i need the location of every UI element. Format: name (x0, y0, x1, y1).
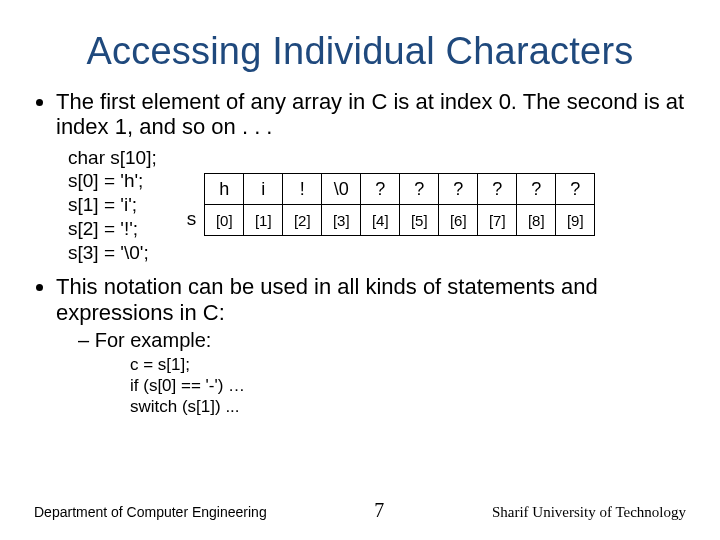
code-block-2: c = s[1]; if (s[0] == '-') … switch (s[1… (130, 354, 686, 418)
array-cell: ! (283, 174, 322, 205)
code-line: c = s[1]; (130, 355, 190, 374)
slide: Accessing Individual Characters The firs… (0, 0, 720, 540)
slide-footer: Department of Computer Engineering 7 Sha… (34, 499, 686, 522)
code-line: if (s[0] == '-') … (130, 376, 245, 395)
code-and-array: char s[10]; s[0] = 'h'; s[1] = 'i'; s[2]… (68, 146, 686, 265)
array-index: [1] (244, 205, 283, 236)
bullet-2: This notation can be used in all kinds o… (56, 274, 686, 417)
array-diagram: s h i ! \0 ? ? ? ? ? ? [0] [1] [2] (187, 173, 596, 236)
array-index: [9] (556, 205, 595, 236)
code-line: s[1] = 'i'; (68, 194, 137, 215)
array-cell: i (244, 174, 283, 205)
code-line: s[3] = '\0'; (68, 242, 149, 263)
footer-university: Sharif University of Technology (492, 504, 686, 521)
bullet-list-2: This notation can be used in all kinds o… (34, 274, 686, 417)
code-line: s[2] = '!'; (68, 218, 138, 239)
sub-bullet-list: For example: (78, 329, 686, 352)
array-cell: \0 (322, 174, 361, 205)
array-index: [2] (283, 205, 322, 236)
bullet-2-text: This notation can be used in all kinds o… (56, 274, 598, 324)
array-cell: ? (517, 174, 556, 205)
array-name-label: s (187, 208, 197, 236)
array-index: [6] (439, 205, 478, 236)
array-table: h i ! \0 ? ? ? ? ? ? [0] [1] [2] [3] [4] (204, 173, 595, 236)
array-cell: ? (439, 174, 478, 205)
array-values-row: h i ! \0 ? ? ? ? ? ? (205, 174, 595, 205)
array-cell: ? (478, 174, 517, 205)
code-block-1: char s[10]; s[0] = 'h'; s[1] = 'i'; s[2]… (68, 146, 157, 265)
array-index: [7] (478, 205, 517, 236)
slide-title: Accessing Individual Characters (34, 30, 686, 73)
footer-page-number: 7 (374, 499, 384, 522)
array-cell: ? (400, 174, 439, 205)
bullet-1: The first element of any array in C is a… (56, 89, 686, 140)
array-cell: ? (361, 174, 400, 205)
array-index: [4] (361, 205, 400, 236)
array-index: [0] (205, 205, 244, 236)
array-index: [5] (400, 205, 439, 236)
footer-dept: Department of Computer Engineering (34, 504, 267, 520)
bullet-list: The first element of any array in C is a… (34, 89, 686, 140)
array-cell: h (205, 174, 244, 205)
code-line: char s[10]; (68, 147, 157, 168)
array-index: [8] (517, 205, 556, 236)
array-indices-row: [0] [1] [2] [3] [4] [5] [6] [7] [8] [9] (205, 205, 595, 236)
sub-bullet: For example: (78, 329, 686, 352)
code-line: s[0] = 'h'; (68, 170, 143, 191)
code-line: switch (s[1]) ... (130, 397, 240, 416)
array-index: [3] (322, 205, 361, 236)
array-cell: ? (556, 174, 595, 205)
